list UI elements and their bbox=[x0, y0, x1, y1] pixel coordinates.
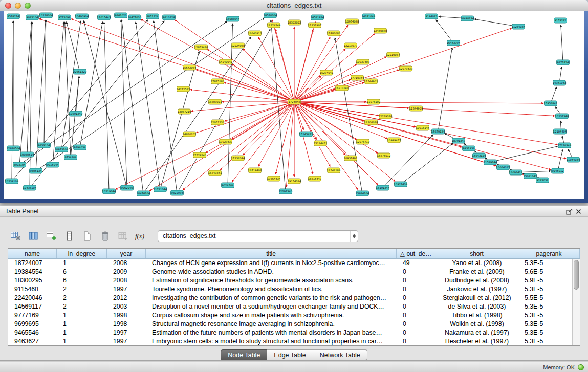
graph-node[interactable]: 1724048 bbox=[288, 99, 301, 104]
table-cell[interactable]: Genome-wide association studies in ADHD. bbox=[146, 268, 397, 276]
table-cell[interactable]: 5.3E-5 bbox=[518, 285, 580, 294]
table-cell[interactable]: 5.3E-5 bbox=[518, 311, 580, 320]
window-titlebar[interactable]: citations_edges.txt bbox=[0, 0, 588, 11]
table-row[interactable]: 977716911998Corpus callosum shape and si… bbox=[8, 311, 580, 320]
graph-edge[interactable] bbox=[206, 102, 294, 153]
graph-node[interactable]: 10954088 bbox=[345, 19, 359, 24]
graph-node[interactable]: 12076710 bbox=[356, 139, 369, 144]
graph-node[interactable]: 17923437 bbox=[219, 139, 232, 144]
graph-node[interactable]: 17483083 bbox=[327, 31, 340, 36]
graph-edge[interactable] bbox=[67, 22, 80, 72]
graph-edge[interactable] bbox=[104, 22, 109, 191]
graph-edge[interactable] bbox=[84, 21, 127, 188]
table-cell[interactable]: 0 bbox=[397, 276, 435, 285]
table-cell[interactable]: Tibbo et al. (1998) bbox=[435, 311, 518, 320]
table-cell[interactable]: 0 bbox=[397, 329, 435, 337]
table-cell[interactable]: 9777169 bbox=[8, 311, 57, 320]
graph-edge[interactable] bbox=[561, 25, 563, 62]
graph-edge[interactable] bbox=[271, 20, 286, 191]
graph-node[interactable]: 17236344 bbox=[231, 156, 245, 161]
column-header-3[interactable]: title bbox=[146, 249, 397, 258]
table-cell[interactable]: 0 bbox=[397, 311, 435, 320]
graph-node[interactable]: 16093412 bbox=[509, 170, 522, 175]
create-column-button[interactable] bbox=[44, 229, 58, 243]
table-cell[interactable]: 5.5E-5 bbox=[518, 294, 580, 302]
table-cell[interactable]: 0 bbox=[397, 294, 435, 302]
table-cell[interactable]: 5.3E-5 bbox=[518, 320, 580, 329]
graph-node[interactable]: 10476104 bbox=[137, 191, 150, 196]
graph-node[interactable]: 10477030 bbox=[128, 15, 141, 20]
graph-node[interactable]: 12051233 bbox=[211, 120, 224, 125]
graph-node[interactable]: 11231907 bbox=[308, 23, 321, 28]
table-cell[interactable]: 5.3E-5 bbox=[518, 329, 580, 337]
table-cell[interactable]: Estimation of significance thresholds fo… bbox=[146, 276, 397, 285]
table-row[interactable]: 1830029562008Estimation of significance … bbox=[8, 276, 580, 285]
table-cell[interactable]: 2008 bbox=[107, 259, 146, 268]
table-cell[interactable]: 1998 bbox=[107, 320, 146, 329]
table-cell[interactable]: 5.3E-5 bbox=[518, 337, 580, 346]
graph-node[interactable]: 12853410 bbox=[194, 45, 208, 50]
graph-node[interactable]: 10219344 bbox=[102, 189, 116, 194]
graph-node[interactable]: 15953841 bbox=[544, 101, 557, 106]
graph-node[interactable]: 14272512 bbox=[177, 86, 190, 92]
table-cell[interactable]: 49 bbox=[397, 259, 435, 268]
close-panel-button[interactable] bbox=[574, 207, 583, 215]
graph-edge[interactable] bbox=[207, 50, 294, 102]
column-header-5[interactable]: short bbox=[435, 249, 518, 258]
graph-node[interactable]: 8851124 bbox=[146, 14, 159, 19]
close-button[interactable] bbox=[5, 3, 11, 9]
graph-edge[interactable] bbox=[136, 22, 160, 189]
table-cell[interactable]: 6 bbox=[57, 268, 107, 276]
table-cell[interactable]: 9465546 bbox=[8, 329, 57, 337]
column-header-0[interactable]: name bbox=[8, 249, 57, 258]
table-cell[interactable]: 2009 bbox=[107, 268, 146, 276]
graph-node[interactable]: 15542064 bbox=[183, 65, 197, 70]
graph-edge[interactable] bbox=[122, 20, 143, 193]
graph-edge[interactable] bbox=[61, 21, 81, 149]
graph-node[interactable]: 11529144 bbox=[484, 160, 497, 165]
graph-node[interactable]: 12450878 bbox=[374, 28, 387, 33]
graph-node[interactable]: 16876012 bbox=[377, 153, 390, 158]
table-cell[interactable]: Hescheler et al. (1997) bbox=[435, 337, 518, 346]
graph-node[interactable]: 10973104 bbox=[55, 147, 69, 152]
graph-node[interactable]: 9861020 bbox=[115, 13, 127, 18]
memory-indicator-icon[interactable] bbox=[578, 364, 584, 370]
graph-node[interactable]: 9245012 bbox=[552, 168, 564, 173]
table-row[interactable]: 1872400712008Changes of HCN gene express… bbox=[8, 259, 580, 268]
graph-edge[interactable] bbox=[294, 28, 512, 102]
graph-edge[interactable] bbox=[438, 48, 452, 132]
graph-node[interactable]: 10490234 bbox=[461, 16, 474, 21]
graph-node[interactable]: 12219087 bbox=[386, 52, 400, 57]
table-cell[interactable]: Dudbridge et al. (2008) bbox=[435, 276, 518, 285]
table-cell[interactable]: 2003 bbox=[107, 302, 146, 311]
vertical-scrollbar[interactable] bbox=[572, 259, 580, 345]
graph-edge[interactable] bbox=[286, 102, 294, 187]
graph-node[interactable]: 15543124 bbox=[472, 153, 486, 158]
graph-node[interactable]: 9277434 bbox=[557, 60, 570, 65]
graph-node[interactable]: 11254034 bbox=[512, 24, 526, 29]
graph-edge[interactable] bbox=[243, 49, 294, 102]
table-row[interactable]: 946362711997Embryonic stem cells: a mode… bbox=[8, 337, 580, 346]
graph-node[interactable]: 13067210 bbox=[178, 109, 191, 114]
graph-node[interactable]: 17710344 bbox=[351, 75, 364, 80]
table-cell[interactable]: 9463627 bbox=[8, 337, 57, 346]
new-document-button[interactable] bbox=[80, 229, 94, 243]
graph-edge[interactable] bbox=[272, 20, 294, 102]
table-cell[interactable]: 1 bbox=[57, 311, 107, 320]
table-cell[interactable]: Embryonic stem cells: a model to study s… bbox=[146, 337, 397, 346]
import-table-button[interactable] bbox=[116, 229, 130, 243]
graph-edge[interactable] bbox=[294, 102, 378, 153]
table-cell[interactable]: de Silva et al. (2003) bbox=[435, 302, 518, 311]
table-cell[interactable]: 0 bbox=[397, 268, 435, 276]
table-cell[interactable]: Franke et al. (2009) bbox=[435, 268, 518, 276]
graph-node[interactable]: 9194023 bbox=[425, 14, 438, 19]
table-cell[interactable]: 1998 bbox=[107, 311, 146, 320]
graph-node[interactable]: 16719402 bbox=[248, 168, 262, 173]
graph-node[interactable]: 9931936 bbox=[463, 146, 475, 151]
graph-node[interactable]: 12620504 bbox=[7, 146, 20, 151]
graph-node[interactable]: 12104404 bbox=[553, 129, 567, 134]
graph-edge[interactable] bbox=[294, 102, 557, 145]
graph-edge[interactable] bbox=[294, 22, 315, 102]
graph-node[interactable]: 16581924 bbox=[311, 15, 324, 20]
column-header-2[interactable]: year bbox=[107, 249, 146, 258]
